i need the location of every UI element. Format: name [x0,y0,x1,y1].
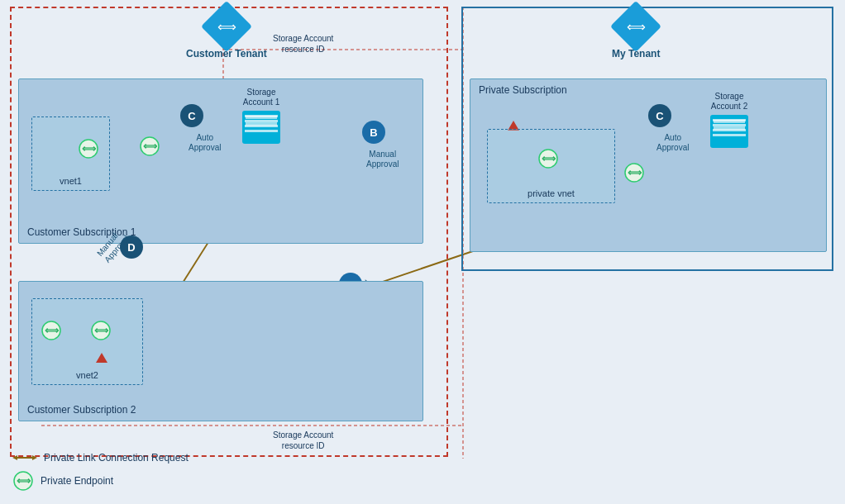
legend-arrow-label: Private Link Connection Request [44,452,189,464]
customer-sub2-label: Customer Subscription 2 [27,404,136,416]
legend-pe-icon: ⟺ [12,470,34,492]
vnet2-pe-outer: ⟺ [41,320,62,345]
legend-pe-label: Private Endpoint [41,475,113,487]
diagram-container: Customer Tenant My Tenant Storage Accoun… [0,0,845,504]
vnet2-box: vnet2 ⟺ ⟺ [31,298,143,385]
auto-approval-c2: AutoApproval [656,133,689,153]
private-sub-box: Private Subscription private vnet ⟺ C Au… [470,78,827,252]
customer-sub2-box: Customer Subscription 2 vnet2 ⟺ ⟺ [18,281,423,421]
svg-text:⟺: ⟺ [45,325,60,336]
pe-endpoint-sub1: ⟺ [139,136,160,160]
storage1-label: StorageAccount 1 [243,88,279,107]
customer-tenant-icon: Customer Tenant [186,8,267,59]
storage2-icon [710,115,748,148]
auto-approval-c1: AutoApproval [189,133,221,153]
badge-b: B [362,121,385,144]
svg-text:⟺: ⟺ [628,167,642,178]
svg-marker-14 [12,455,17,460]
private-vnet-box: private vnet ⟺ [487,129,615,203]
private-vnet-pe: ⟺ [537,148,559,173]
private-sub-label: Private Subscription [479,84,567,96]
legend-arrow-icon [12,452,37,464]
svg-marker-13 [32,455,37,460]
pe-endpoint-private: ⟺ [623,162,645,187]
vnet1-pe-icon: ⟺ [78,138,99,163]
svg-text:⟺: ⟺ [82,143,97,155]
customer-sub1-box: Customer Subscription 1 vnet1 ⟺ C AutoAp… [18,78,423,244]
svg-text:⟺: ⟺ [17,475,31,487]
vnet2-label: vnet2 [76,370,98,380]
badge-c2: C [648,104,671,127]
vnet1-label: vnet1 [60,176,82,186]
legend-pe-item: ⟺ Private Endpoint [12,470,189,492]
storage1-icon [242,111,280,144]
vnet1-box: vnet1 ⟺ [31,116,110,191]
vnet2-pe-inner: ⟺ [90,320,112,345]
legend-arrow-item: Private Link Connection Request [12,452,189,464]
my-tenant-icon: My Tenant [612,8,660,59]
legend: Private Link Connection Request ⟺ Privat… [12,452,189,492]
customer-tenant-diamond [201,1,252,52]
svg-text:⟺: ⟺ [94,325,109,336]
storage-resource-id-top: Storage Accountresource ID [273,33,333,55]
my-tenant-diamond [610,1,661,52]
svg-text:⟺: ⟺ [542,153,556,164]
storage-account-1: StorageAccount 1 [242,88,280,144]
storage-resource-id-bottom: Storage Accountresource ID [273,430,333,451]
red-triangle-sub2 [96,353,107,363]
manual-approval-b: ManualApproval [366,150,399,169]
storage-account-2: StorageAccount 2 [710,92,748,148]
storage2-label: StorageAccount 2 [711,92,747,112]
private-vnet-label: private vnet [528,188,575,198]
badge-c1: C [180,104,203,127]
svg-text:⟺: ⟺ [143,140,158,152]
